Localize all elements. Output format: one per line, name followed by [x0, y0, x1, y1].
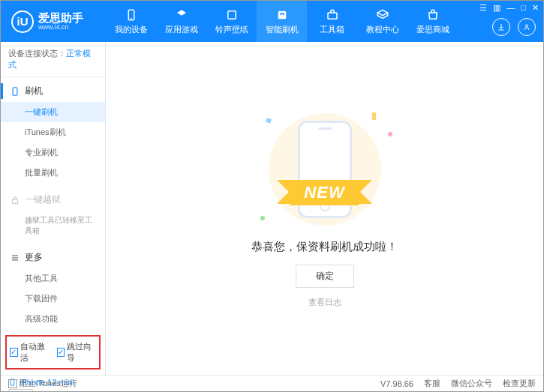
success-illustration: NEW — [250, 109, 400, 229]
checkbox-icon — [8, 379, 17, 388]
sidebar-section-jailbreak[interactable]: 一键越狱 — [1, 189, 105, 211]
svg-rect-2 — [227, 10, 236, 19]
check-update-link[interactable]: 检查更新 — [503, 378, 536, 389]
main-content: NEW 恭喜您，保资料刷机成功啦！ 确定 查看日志 — [106, 42, 543, 375]
tutorial-icon — [376, 8, 389, 22]
download-button[interactable] — [492, 18, 510, 36]
phone-icon — [125, 8, 138, 22]
nav-label: 教程中心 — [366, 24, 399, 35]
nav-label: 铃声壁纸 — [215, 24, 248, 35]
view-log-link[interactable]: 查看日志 — [308, 297, 341, 308]
flash-icon — [275, 8, 289, 22]
success-message: 恭喜您，保资料刷机成功啦！ — [251, 240, 398, 254]
nav-apps[interactable]: 应用游戏 — [156, 1, 206, 42]
sidebar-item-other-tools[interactable]: 其他工具 — [1, 268, 105, 289]
checkbox-skip-guide[interactable]: ✓ 跳过向导 — [57, 341, 97, 364]
window-controls: ☰ ▥ — □ ✕ — [479, 3, 539, 13]
close-icon[interactable]: ✕ — [532, 3, 539, 13]
sidebar-item-pro-flash[interactable]: 专业刷机 — [1, 142, 105, 163]
checkbox-icon: ✓ — [57, 348, 65, 357]
sidebar-item-advanced[interactable]: 高级功能 — [1, 309, 105, 329]
nav-my-device[interactable]: 我的设备 — [106, 1, 156, 42]
logo-icon: iU — [11, 10, 34, 33]
app-name: 爱思助手 — [38, 12, 83, 25]
section-label: 更多 — [25, 251, 43, 264]
section-label: 一键越狱 — [25, 193, 61, 206]
app-header: iU 爱思助手 www.i4.cn 我的设备 应用游戏 铃声壁纸 智能刷机 工具… — [1, 1, 543, 42]
checkbox-label: 阻止iTunes运行 — [20, 378, 77, 389]
conn-label: 设备连接状态： — [8, 49, 66, 58]
svg-point-5 — [526, 25, 528, 27]
nav-label: 爱思商城 — [416, 24, 449, 35]
nav-flash[interactable]: 智能刷机 — [257, 1, 307, 42]
device-storage: 64GB — [8, 389, 33, 392]
sidebar-item-download-firmware[interactable]: 下载固件 — [1, 289, 105, 309]
app-url: www.i4.cn — [38, 24, 83, 31]
maximize-icon[interactable]: □ — [521, 3, 526, 13]
new-ribbon: NEW — [290, 180, 358, 205]
logo-area: iU 爱思助手 www.i4.cn — [1, 10, 106, 33]
nav-label: 工具箱 — [320, 24, 344, 35]
sidebar-item-batch-flash[interactable]: 批量刷机 — [1, 163, 105, 183]
wallpaper-icon — [225, 8, 239, 22]
connection-status: 设备连接状态：正常模式 — [1, 42, 105, 77]
top-nav: 我的设备 应用游戏 铃声壁纸 智能刷机 工具箱 教程中心 爱思商城 — [106, 1, 458, 42]
version-label: V7.98.66 — [380, 379, 413, 388]
menu-icon[interactable]: ☰ — [479, 3, 487, 13]
wechat-link[interactable]: 微信公众号 — [451, 378, 492, 389]
nav-label: 应用游戏 — [165, 24, 198, 35]
section-label: 刷机 — [25, 85, 43, 97]
sidebar-item-oneclick-flash[interactable]: 一键刷机 — [1, 102, 105, 122]
checkbox-icon: ✓ — [10, 348, 18, 357]
account-button[interactable] — [518, 18, 536, 36]
sidebar-section-flash[interactable]: 刷机 — [1, 80, 105, 102]
svg-rect-6 — [13, 87, 17, 95]
options-box: ✓ 自动激活 ✓ 跳过向导 — [5, 335, 101, 370]
nav-label: 智能刷机 — [266, 24, 299, 35]
nav-store[interactable]: 爱思商城 — [407, 1, 458, 42]
lock-icon — [10, 195, 20, 205]
jailbreak-note: 越狱工具已转移至工具箱 — [1, 211, 105, 241]
svg-rect-4 — [328, 13, 337, 19]
support-link[interactable]: 客服 — [424, 378, 440, 389]
checkbox-label: 自动激活 — [20, 341, 50, 364]
svg-rect-3 — [278, 10, 286, 19]
svg-rect-7 — [13, 199, 18, 203]
nav-ringtone[interactable]: 铃声壁纸 — [206, 1, 257, 42]
nav-toolbox[interactable]: 工具箱 — [307, 1, 357, 42]
minimize-icon[interactable]: — — [506, 3, 515, 13]
checkbox-label: 跳过向导 — [67, 341, 96, 364]
phone-icon — [10, 86, 20, 97]
skin-icon[interactable]: ▥ — [493, 3, 500, 13]
sidebar-item-itunes-flash[interactable]: iTunes刷机 — [1, 122, 105, 142]
more-icon — [10, 253, 20, 263]
nav-label: 我的设备 — [115, 24, 148, 35]
toolbox-icon — [326, 8, 339, 22]
nav-tutorial[interactable]: 教程中心 — [357, 1, 407, 42]
store-icon — [426, 8, 440, 22]
header-actions — [492, 18, 536, 36]
checkbox-block-itunes[interactable]: 阻止iTunes运行 — [8, 378, 77, 389]
checkbox-auto-activate[interactable]: ✓ 自动激活 — [10, 341, 50, 364]
sidebar: 设备连接状态：正常模式 刷机 一键刷机 iTunes刷机 专业刷机 批量刷机 一… — [1, 42, 106, 375]
sidebar-section-more[interactable]: 更多 — [1, 247, 105, 268]
ok-button[interactable]: 确定 — [296, 265, 354, 288]
apps-icon — [175, 8, 188, 22]
